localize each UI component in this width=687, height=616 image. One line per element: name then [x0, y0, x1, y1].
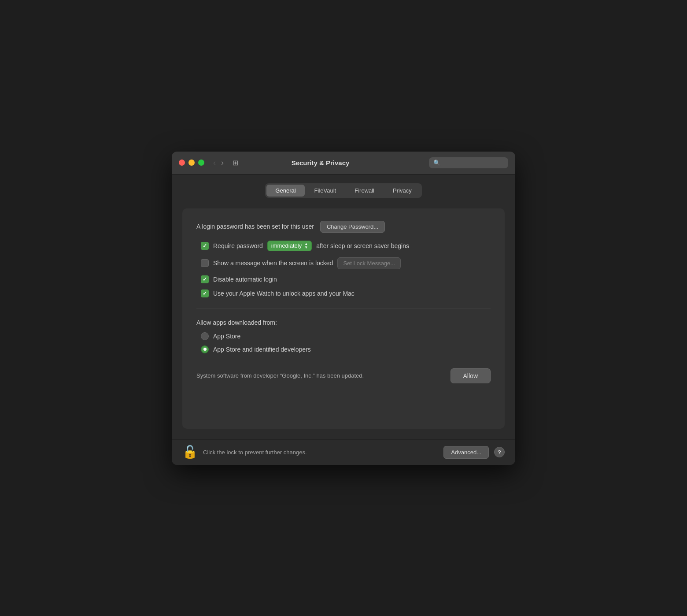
require-password-row: Require password immediately ▲▼ after sl…: [201, 241, 491, 251]
dropdown-value: immediately: [271, 242, 302, 249]
bottom-bar: 🔓 Click the lock to prevent further chan…: [172, 439, 515, 465]
app-store-identified-radio[interactable]: [201, 345, 209, 353]
app-store-identified-label: App Store and identified developers: [213, 346, 311, 353]
show-message-label: Show a message when the screen is locked: [213, 260, 333, 267]
disable-autologin-checkbox[interactable]: [201, 275, 209, 283]
app-store-radio-row[interactable]: App Store: [201, 332, 491, 340]
search-input[interactable]: [443, 160, 504, 166]
allow-apps-section: Allow apps downloaded from: App Store Ap…: [196, 319, 491, 383]
app-store-identified-radio-row[interactable]: App Store and identified developers: [201, 345, 491, 353]
titlebar: ‹ › ⊞ Security & Privacy 🔍: [172, 152, 515, 174]
minimize-button[interactable]: [188, 160, 195, 166]
search-box[interactable]: 🔍: [429, 157, 508, 168]
lock-icon[interactable]: 🔓: [182, 446, 198, 458]
system-preferences-window: ‹ › ⊞ Security & Privacy 🔍 General FileV…: [172, 152, 515, 465]
help-button[interactable]: ?: [494, 447, 505, 457]
tab-filevault[interactable]: FileVault: [306, 185, 345, 197]
require-password-suffix: after sleep or screen saver begins: [316, 242, 409, 249]
tabs-row: General FileVault Firewall Privacy: [182, 183, 505, 198]
dropdown-arrows-icon: ▲▼: [304, 242, 308, 249]
system-software-row: System software from developer “Google, …: [196, 368, 491, 383]
app-store-radio[interactable]: [201, 332, 209, 340]
set-lock-message-button[interactable]: Set Lock Message...: [337, 257, 401, 269]
window-title: Security & Privacy: [217, 159, 424, 167]
apple-watch-checkbox[interactable]: [201, 289, 209, 297]
general-panel: A login password has been set for this u…: [182, 208, 505, 429]
close-button[interactable]: [179, 160, 185, 166]
apple-watch-row: Use your Apple Watch to unlock apps and …: [201, 289, 491, 297]
show-message-checkbox[interactable]: [201, 259, 209, 267]
disable-autologin-row: Disable automatic login: [201, 275, 491, 283]
traffic-lights: [179, 160, 204, 166]
apple-watch-label: Use your Apple Watch to unlock apps and …: [213, 290, 355, 297]
system-software-text: System software from developer “Google, …: [196, 372, 443, 379]
tab-privacy[interactable]: Privacy: [384, 185, 421, 197]
require-password-prefix: Require password: [213, 242, 263, 249]
password-row: A login password has been set for this u…: [196, 221, 491, 233]
options-list: Require password immediately ▲▼ after sl…: [196, 241, 491, 297]
tab-firewall[interactable]: Firewall: [346, 185, 383, 197]
app-store-label: App Store: [213, 333, 240, 340]
tab-general[interactable]: General: [266, 185, 304, 197]
search-icon: 🔍: [433, 160, 440, 166]
change-password-button[interactable]: Change Password...: [320, 221, 385, 233]
radio-options: App Store App Store and identified devel…: [196, 332, 491, 353]
password-description: A login password has been set for this u…: [196, 223, 314, 230]
back-button[interactable]: ‹: [211, 157, 218, 168]
immediately-dropdown[interactable]: immediately ▲▼: [267, 241, 312, 251]
advanced-button[interactable]: Advanced...: [443, 446, 489, 459]
maximize-button[interactable]: [198, 160, 204, 166]
require-password-checkbox[interactable]: [201, 242, 209, 250]
show-message-row: Show a message when the screen is locked…: [201, 257, 491, 269]
content-area: General FileVault Firewall Privacy A log…: [172, 174, 515, 439]
lock-text: Click the lock to prevent further change…: [203, 449, 438, 456]
tabs-container: General FileVault Firewall Privacy: [265, 183, 421, 198]
disable-autologin-label: Disable automatic login: [213, 276, 277, 283]
allow-button[interactable]: Allow: [451, 368, 491, 383]
allow-apps-label: Allow apps downloaded from:: [196, 319, 491, 326]
divider: [196, 308, 491, 308]
